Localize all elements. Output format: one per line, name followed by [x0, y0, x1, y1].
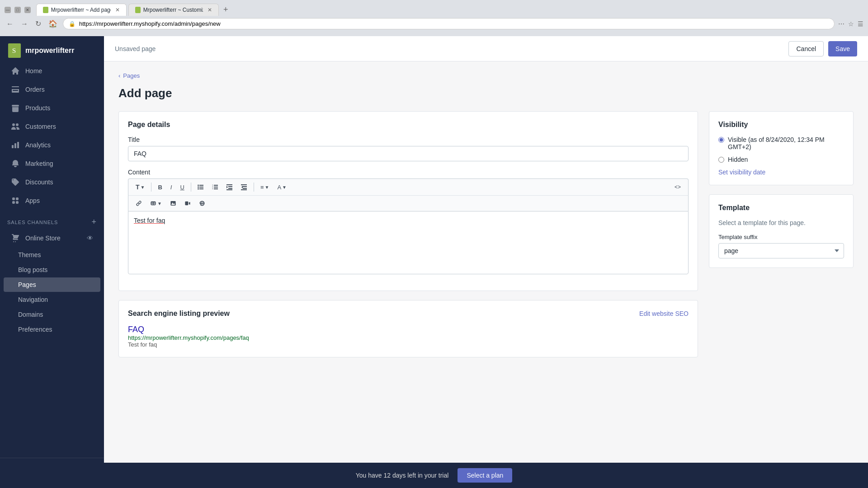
extensions-btn[interactable]: ⋯ — [838, 20, 844, 28]
products-label: Products — [25, 104, 50, 112]
main-content: Unsaved page Cancel Save ‹ Pages Add pag… — [104, 36, 868, 488]
tab-bar: Mrpowerlifterr ~ Add page ~... ✕ Mrpower… — [36, 4, 863, 16]
tab2-close-icon[interactable]: ✕ — [208, 7, 212, 13]
sidebar-item-online-store[interactable]: Online Store 👁 — [4, 229, 100, 247]
save-button[interactable]: Save — [828, 41, 857, 56]
hidden-label-text: Hidden — [728, 156, 748, 163]
visible-radio[interactable] — [718, 137, 724, 143]
toolbar-image-btn[interactable] — [166, 198, 180, 208]
edit-seo-link[interactable]: Edit website SEO — [639, 310, 689, 317]
sidebar-item-discounts[interactable]: Discounts — [4, 173, 100, 191]
svg-rect-9 — [214, 187, 218, 188]
svg-point-5 — [198, 185, 199, 186]
toolbar-table-btn[interactable]: ▼ — [146, 198, 165, 208]
toolbar-color-btn[interactable]: A ▼ — [274, 182, 290, 192]
title-input[interactable] — [128, 146, 689, 161]
sidebar-subitem-themes[interactable]: Themes — [4, 248, 100, 262]
forward-button[interactable]: → — [19, 18, 30, 30]
seo-title-link[interactable]: FAQ — [128, 325, 144, 334]
content-field: Content T ▼ B I U — [128, 169, 689, 274]
seo-header: Search engine listing preview Edit websi… — [128, 310, 689, 318]
online-store-eye-icon[interactable]: 👁 — [87, 235, 93, 242]
sidebar-subitem-blog-posts[interactable]: Blog posts — [4, 263, 100, 277]
cancel-button[interactable]: Cancel — [788, 41, 824, 56]
trial-banner: You have 12 days left in your trial Sele… — [0, 463, 868, 488]
new-tab-button[interactable]: + — [221, 5, 231, 14]
toolbar-heading-btn[interactable]: T ▼ — [132, 182, 148, 192]
seo-url: https://mrpowerlifterr.myshopify.com/pag… — [128, 334, 689, 341]
select-plan-button[interactable]: Select a plan — [458, 468, 512, 483]
hidden-radio[interactable] — [718, 157, 724, 163]
menu-btn[interactable]: ☰ — [858, 20, 863, 28]
sidebar-item-home[interactable]: Home — [4, 62, 100, 80]
visible-radio-label[interactable]: Visible (as of 8/24/2020, 12:34 PM GMT+2… — [718, 136, 844, 150]
toolbar-video-btn[interactable] — [181, 198, 194, 208]
svg-rect-4 — [199, 188, 203, 189]
topbar-actions: Cancel Save — [788, 41, 857, 56]
toolbar-embed-btn[interactable] — [195, 198, 209, 208]
win-close-btn[interactable]: ✕ — [24, 7, 31, 13]
refresh-button[interactable]: ↻ — [33, 18, 43, 30]
toolbar-bold-btn[interactable]: B — [154, 182, 165, 192]
page-details-title: Page details — [128, 121, 689, 129]
marketing-icon — [11, 159, 20, 168]
add-channel-btn[interactable]: + — [91, 217, 97, 227]
template-suffix-label: Template suffix — [718, 234, 844, 240]
customers-icon — [11, 122, 20, 131]
toolbar-numbered-btn[interactable]: 123 — [208, 182, 222, 192]
discounts-label: Discounts — [25, 178, 53, 186]
sidebar-item-products[interactable]: Products — [4, 99, 100, 117]
back-button[interactable]: ← — [5, 18, 15, 30]
template-card-title: Template — [718, 204, 844, 212]
hidden-radio-label[interactable]: Hidden — [718, 156, 844, 163]
sidebar-item-orders[interactable]: Orders — [4, 80, 100, 99]
sidebar-item-customers[interactable]: Customers — [4, 117, 100, 136]
products-icon — [11, 103, 20, 113]
pages-label: Pages — [18, 281, 36, 288]
bookmark-btn[interactable]: ☆ — [848, 20, 854, 28]
svg-rect-19 — [243, 186, 247, 187]
tab-close-icon[interactable]: ✕ — [115, 7, 120, 13]
sidebar-subitem-pages[interactable]: Pages — [4, 277, 100, 292]
sales-channels-section: Sales Channels + — [0, 210, 104, 229]
sidebar-subitem-navigation[interactable]: Navigation — [4, 292, 100, 307]
analytics-label: Analytics — [25, 141, 51, 149]
win-minimize-btn[interactable]: — — [5, 7, 11, 13]
blog-posts-label: Blog posts — [18, 266, 47, 273]
sidebar-subitem-preferences[interactable]: Preferences — [4, 322, 100, 337]
home-browser-button[interactable]: 🏠 — [47, 18, 59, 30]
apps-label: Apps — [25, 197, 40, 204]
win-maximize-btn[interactable]: □ — [14, 7, 21, 13]
toolbar-bullet-btn[interactable] — [194, 182, 208, 192]
editor-content-area[interactable]: Test for faq — [128, 211, 689, 274]
set-visibility-date-link[interactable]: Set visibility date — [718, 169, 844, 176]
sidebar-subitem-domains[interactable]: Domains — [4, 307, 100, 322]
toolbar-align-btn[interactable]: ≡ ▼ — [257, 182, 273, 192]
tab-favicon — [43, 7, 48, 13]
toolbar-indent-btn[interactable] — [223, 182, 236, 192]
sidebar-item-apps[interactable]: Apps — [4, 192, 100, 210]
toolbar-underline-btn[interactable]: U — [176, 182, 188, 192]
page-title: Add page — [118, 86, 854, 100]
template-suffix-select[interactable]: page — [718, 243, 844, 258]
online-store-icon — [11, 234, 20, 243]
discounts-icon — [11, 178, 20, 187]
editor-toolbar: T ▼ B I U — [128, 178, 689, 195]
themes-label: Themes — [18, 251, 41, 258]
seo-description: Test for faq — [128, 341, 689, 348]
top-bar: Unsaved page Cancel Save — [104, 36, 868, 61]
sidebar-item-analytics[interactable]: Analytics — [4, 136, 100, 154]
domains-label: Domains — [18, 311, 43, 318]
address-input[interactable] — [79, 20, 829, 27]
toolbar-source-btn[interactable]: <> — [671, 182, 684, 192]
browser-tab-active[interactable]: Mrpowerlifterr ~ Add page ~... ✕ — [36, 4, 127, 16]
toolbar-link-btn[interactable] — [132, 198, 146, 208]
browser-tab-2[interactable]: Mrpowerlifterr ~ Customize ... ✕ — [128, 4, 219, 16]
toolbar-italic-btn[interactable]: I — [167, 182, 176, 192]
breadcrumb-pages-link[interactable]: Pages — [123, 72, 140, 79]
svg-point-6 — [198, 187, 199, 188]
shopify-logo-icon: S — [7, 43, 22, 58]
home-label: Home — [25, 67, 42, 75]
toolbar-outdent-btn[interactable] — [237, 182, 251, 192]
sidebar-item-marketing[interactable]: Marketing — [4, 155, 100, 173]
